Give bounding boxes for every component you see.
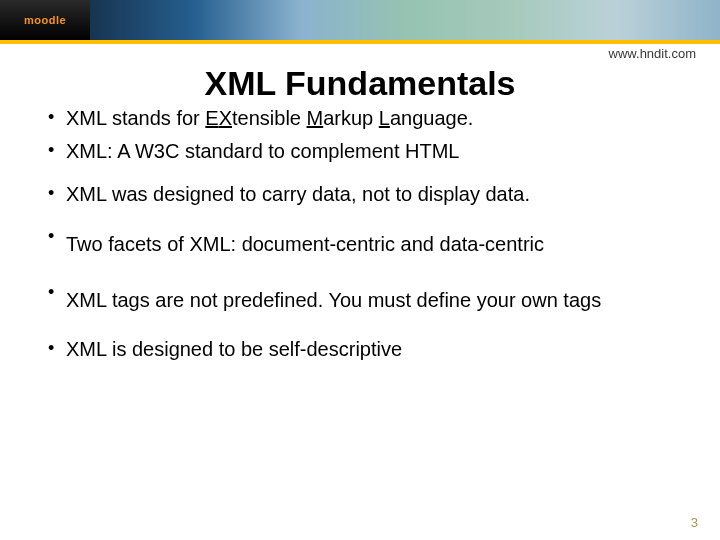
bullet-icon: • (48, 138, 66, 165)
slide-title: XML Fundamentals (0, 64, 720, 103)
accent-bar (0, 40, 720, 44)
bullet-icon: • (48, 336, 66, 363)
list-item: • XML was designed to carry data, not to… (48, 181, 680, 208)
bullet-icon: • (48, 181, 66, 208)
header-banner: moodle (0, 0, 720, 40)
logo-text: moodle (24, 14, 66, 26)
bullet-text: XML was designed to carry data, not to d… (66, 181, 680, 208)
bullet-icon: • (48, 280, 66, 320)
bullet-text: XML: A W3C standard to complement HTML (66, 138, 680, 165)
bullet-list: • XML stands for EXtensible Markup Langu… (48, 105, 680, 363)
bullet-icon: • (48, 105, 66, 132)
bullet-text: Two facets of XML: document-centric and … (66, 224, 680, 264)
bullet-text: XML is designed to be self-descriptive (66, 336, 680, 363)
bullet-text: XML tags are not predefined. You must de… (66, 280, 680, 320)
page-number: 3 (691, 515, 698, 530)
list-item: • XML tags are not predefined. You must … (48, 280, 680, 320)
banner-image-strip (90, 0, 720, 40)
list-item: • XML: A W3C standard to complement HTML (48, 138, 680, 165)
bullet-text: XML stands for EXtensible Markup Languag… (66, 105, 680, 132)
logo: moodle (0, 0, 90, 40)
site-url: www.hndit.com (609, 46, 696, 61)
bullet-icon: • (48, 224, 66, 264)
list-item: • XML stands for EXtensible Markup Langu… (48, 105, 680, 132)
list-item: • Two facets of XML: document-centric an… (48, 224, 680, 264)
list-item: • XML is designed to be self-descriptive (48, 336, 680, 363)
